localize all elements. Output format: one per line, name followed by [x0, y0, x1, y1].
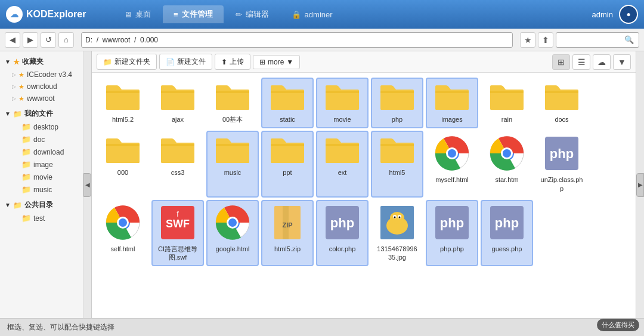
file-item-movie[interactable]: movie — [316, 78, 369, 128]
sidebar-public-header[interactable]: ▼ 📁 公共目录 — [0, 198, 83, 212]
file-icon: php — [544, 135, 580, 173]
upload-button[interactable]: ⬆ 上传 — [215, 54, 250, 70]
middle-row: ▼ ★ 收藏夹 ▷ ★ ICEcoder v3.4 ▷ ★ owncloud ▷… — [0, 51, 644, 318]
back-button[interactable]: ◀ — [5, 32, 20, 48]
address-bar — [81, 32, 513, 48]
file-item-static[interactable]: static — [261, 78, 314, 128]
file-item-ppt[interactable]: ppt — [261, 131, 314, 198]
forward-icon: ▶ — [27, 35, 33, 44]
file-item-docs[interactable]: docs — [535, 78, 588, 128]
file-item-000[interactable]: 000 — [97, 131, 149, 198]
new-file-button[interactable]: 📄 新建文件 — [159, 54, 212, 70]
sidebar-section-favorites: ▼ ★ 收藏夹 ▷ ★ ICEcoder v3.4 ▷ ★ owncloud ▷… — [0, 55, 83, 104]
sidebar-music-label: music — [33, 186, 52, 194]
file-item-html5[interactable]: html5 — [371, 131, 423, 198]
favorite-button[interactable]: ★ — [520, 32, 535, 48]
logo: ☁ KODExplorer — [6, 6, 101, 23]
avatar-icon: ● — [626, 10, 630, 19]
file-item-colorphp[interactable]: php color.php — [316, 200, 369, 267]
file-icon — [379, 205, 415, 242]
file-item-guessphp[interactable]: php guess.php — [481, 200, 533, 267]
file-item-php[interactable]: php — [371, 78, 423, 128]
collapse-right-button[interactable]: ▶ — [636, 173, 644, 197]
file-icon — [324, 82, 360, 113]
tab-filemanager[interactable]: ≡ 文件管理 — [163, 5, 224, 23]
file-icon — [270, 82, 305, 113]
new-folder-button[interactable]: 📁 新建文件夹 — [97, 54, 157, 70]
file-item-unzip[interactable]: php unZip.class.php — [535, 131, 588, 198]
file-icon — [105, 205, 141, 242]
tab-adminer[interactable]: 🔒 adminer — [281, 5, 343, 23]
file-name: guess.php — [492, 245, 522, 253]
search-icon[interactable]: 🔍 — [624, 35, 634, 44]
view-dropdown-button[interactable]: ▼ — [613, 54, 631, 70]
svg-point-46 — [394, 216, 396, 218]
sidebar-myfiles-header[interactable]: ▼ 📁 我的文件 — [0, 107, 83, 121]
sidebar-favorites-header[interactable]: ▼ ★ 收藏夹 — [0, 55, 83, 69]
file-item-selfhtml[interactable]: self.html — [97, 200, 149, 267]
file-name: html5.zip — [274, 245, 301, 253]
file-item-html5zip[interactable]: ZIP html5.zip — [261, 200, 314, 267]
grid-view-button[interactable]: ⊞ — [552, 54, 570, 70]
path-input[interactable] — [81, 32, 513, 48]
file-name: movie — [333, 115, 351, 124]
new-file-icon: 📄 — [166, 58, 175, 66]
file-item-music[interactable]: music — [206, 131, 259, 198]
wwwroot-star: ★ — [18, 95, 24, 103]
sidebar-item-image[interactable]: 📁 image — [0, 158, 83, 171]
search-input[interactable] — [559, 36, 624, 44]
file-scroll-area[interactable]: html5.2 ajax 00基本 static movie php image… — [92, 73, 636, 318]
sidebar-item-download[interactable]: 📁 download — [0, 146, 83, 158]
file-name: google.html — [216, 245, 250, 253]
file-name: 13154678996 35.jpg — [374, 245, 420, 262]
svg-rect-2 — [216, 91, 249, 93]
file-item-myselfhtml[interactable]: myself.html — [426, 131, 478, 198]
list-view-button[interactable]: ☰ — [572, 54, 590, 70]
refresh-button[interactable]: ↺ — [41, 32, 56, 48]
svg-text:ZIP: ZIP — [282, 221, 292, 229]
file-icon — [160, 82, 196, 113]
more-button[interactable]: ⊞ more ▼ — [253, 55, 300, 69]
file-item-html52[interactable]: html5.2 — [97, 78, 149, 128]
sidebar-item-test[interactable]: 📁 test — [0, 212, 83, 224]
sidebar-item-wwwroot[interactable]: ▷ ★ wwwroot — [0, 93, 83, 104]
file-item-ciswf[interactable]: SWF f CI路言思维导图.swf — [151, 200, 204, 267]
sidebar: ▼ ★ 收藏夹 ▷ ★ ICEcoder v3.4 ▷ ★ owncloud ▷… — [0, 51, 83, 318]
forward-button[interactable]: ▶ — [23, 32, 38, 48]
iceencoder-star: ★ — [18, 71, 24, 79]
file-item-starhtm[interactable]: star.htm — [481, 131, 533, 198]
tab-editor[interactable]: ✏ 编辑器 — [225, 5, 280, 23]
sidebar-item-doc[interactable]: 📁 doc — [0, 133, 83, 146]
file-name: self.html — [111, 245, 135, 253]
file-item-img1[interactable]: 13154678996 35.jpg — [371, 200, 423, 267]
sidebar-item-music[interactable]: 📁 music — [0, 183, 83, 196]
new-folder-icon: 📁 — [103, 58, 112, 66]
myfiles-folder-icon: 📁 — [13, 110, 22, 118]
home-button[interactable]: ⌂ — [58, 32, 74, 48]
file-item-googlehtml[interactable]: google.html — [206, 200, 259, 267]
file-item-basics[interactable]: 00基本 — [206, 78, 259, 128]
sidebar-item-owncloud[interactable]: ▷ ★ owncloud — [0, 81, 83, 93]
desktop-icon: 🖥 — [124, 10, 132, 19]
sidebar-item-desktop[interactable]: 📁 desktop — [0, 121, 83, 133]
file-icon — [489, 135, 525, 173]
upload-toolbar-button[interactable]: ⬆ — [538, 32, 553, 48]
cloud-view-button[interactable]: ☁ — [593, 54, 611, 70]
file-item-css3[interactable]: css3 — [151, 131, 204, 198]
tab-desktop[interactable]: 🖥 桌面 — [113, 5, 162, 23]
file-icon — [434, 82, 470, 113]
file-item-phpphp[interactable]: php php.php — [426, 200, 478, 267]
avatar[interactable]: ● — [619, 5, 638, 24]
file-item-images[interactable]: images — [426, 78, 478, 128]
music-folder-icon: 📁 — [21, 185, 31, 194]
sidebar-item-iceencoder[interactable]: ▷ ★ ICEcoder v3.4 — [0, 69, 83, 81]
file-item-rain[interactable]: rain — [481, 78, 533, 128]
collapse-sidebar-button[interactable]: ◀ — [83, 173, 91, 197]
file-item-ajax[interactable]: ajax — [151, 78, 204, 128]
svg-rect-8 — [545, 91, 578, 93]
sidebar-item-movie[interactable]: 📁 movie — [0, 171, 83, 183]
sidebar-download-label: download — [33, 148, 64, 156]
file-item-ext[interactable]: ext — [316, 131, 369, 198]
file-view-controls: ⊞ ☰ ☁ ▼ — [552, 54, 631, 70]
public-folder-icon: 📁 — [13, 201, 22, 209]
